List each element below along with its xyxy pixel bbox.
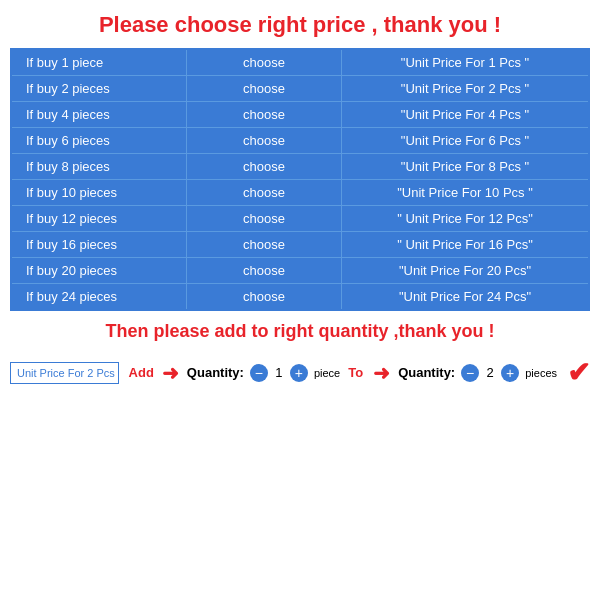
table-row: If buy 8 pieceschoose"Unit Price For 8 P… xyxy=(12,154,588,180)
cell-quantity: If buy 4 pieces xyxy=(12,102,187,127)
cell-unit-price: "Unit Price For 20 Pcs" xyxy=(342,258,588,283)
cell-unit-price: " Unit Price For 12 Pcs" xyxy=(342,206,588,231)
cell-choose[interactable]: choose xyxy=(187,50,342,75)
table-row: If buy 4 pieceschoose"Unit Price For 4 P… xyxy=(12,102,588,128)
cell-quantity: If buy 20 pieces xyxy=(12,258,187,283)
cell-choose[interactable]: choose xyxy=(187,180,342,205)
cell-unit-price: "Unit Price For 8 Pcs " xyxy=(342,154,588,179)
pieces-label: pieces xyxy=(525,367,557,379)
cell-unit-price: "Unit Price For 4 Pcs " xyxy=(342,102,588,127)
cell-quantity: If buy 12 pieces xyxy=(12,206,187,231)
header: Please choose right price , thank you ! xyxy=(0,0,600,48)
cell-choose[interactable]: choose xyxy=(187,76,342,101)
table-row: If buy 2 pieceschoose"Unit Price For 2 P… xyxy=(12,76,588,102)
table-row: If buy 6 pieceschoose"Unit Price For 6 P… xyxy=(12,128,588,154)
add-label: Add xyxy=(129,365,154,380)
quantity-control-1: − 1 + xyxy=(250,364,308,382)
cell-quantity: If buy 10 pieces xyxy=(12,180,187,205)
arrow-right-2: ➜ xyxy=(373,361,390,385)
table-row: If buy 10 pieceschoose"Unit Price For 10… xyxy=(12,180,588,206)
cell-quantity: If buy 2 pieces xyxy=(12,76,187,101)
quantity-label-2: Quantity: xyxy=(398,365,455,380)
quantity-control-2: − 2 + xyxy=(461,364,519,382)
footer: Then please add to right quantity ,thank… xyxy=(0,311,600,350)
cell-unit-price: "Unit Price For 24 Pcs" xyxy=(342,284,588,309)
cell-quantity: If buy 1 piece xyxy=(12,50,187,75)
cell-choose[interactable]: choose xyxy=(187,258,342,283)
cell-quantity: If buy 6 pieces xyxy=(12,128,187,153)
cell-quantity: If buy 8 pieces xyxy=(12,154,187,179)
table-row: If buy 24 pieceschoose"Unit Price For 24… xyxy=(12,284,588,309)
checkmark-icon: ✔ xyxy=(567,356,590,389)
quantity-label-1: Quantity: xyxy=(187,365,244,380)
price-table: If buy 1 piecechoose"Unit Price For 1 Pc… xyxy=(10,48,590,311)
qty2-minus-button[interactable]: − xyxy=(461,364,479,382)
cell-unit-price: "Unit Price For 6 Pcs " xyxy=(342,128,588,153)
cell-choose[interactable]: choose xyxy=(187,284,342,309)
cell-quantity: If buy 24 pieces xyxy=(12,284,187,309)
cell-choose[interactable]: choose xyxy=(187,232,342,257)
table-row: If buy 20 pieceschoose"Unit Price For 20… xyxy=(12,258,588,284)
table-row: If buy 16 pieceschoose" Unit Price For 1… xyxy=(12,232,588,258)
arrow-right-1: ➜ xyxy=(162,361,179,385)
qty1-minus-button[interactable]: − xyxy=(250,364,268,382)
cell-choose[interactable]: choose xyxy=(187,102,342,127)
qty2-value: 2 xyxy=(481,365,499,380)
footer-title: Then please add to right quantity ,thank… xyxy=(0,311,600,350)
cell-choose[interactable]: choose xyxy=(187,128,342,153)
piece-label: piece xyxy=(314,367,340,379)
qty1-value: 1 xyxy=(270,365,288,380)
page-title: Please choose right price , thank you ! xyxy=(0,0,600,48)
cell-unit-price: "Unit Price For 1 Pcs " xyxy=(342,50,588,75)
cell-unit-price: "Unit Price For 2 Pcs " xyxy=(342,76,588,101)
cell-choose[interactable]: choose xyxy=(187,154,342,179)
unit-price-box: Unit Price For 2 Pcs xyxy=(10,362,119,384)
table-row: If buy 1 piecechoose"Unit Price For 1 Pc… xyxy=(12,50,588,76)
cell-unit-price: "Unit Price For 10 Pcs " xyxy=(342,180,588,205)
bottom-bar: Unit Price For 2 Pcs Add ➜ Quantity: − 1… xyxy=(0,350,600,395)
to-label: To xyxy=(348,365,363,380)
cell-choose[interactable]: choose xyxy=(187,206,342,231)
qty2-plus-button[interactable]: + xyxy=(501,364,519,382)
cell-unit-price: " Unit Price For 16 Pcs" xyxy=(342,232,588,257)
table-row: If buy 12 pieceschoose" Unit Price For 1… xyxy=(12,206,588,232)
qty1-plus-button[interactable]: + xyxy=(290,364,308,382)
cell-quantity: If buy 16 pieces xyxy=(12,232,187,257)
